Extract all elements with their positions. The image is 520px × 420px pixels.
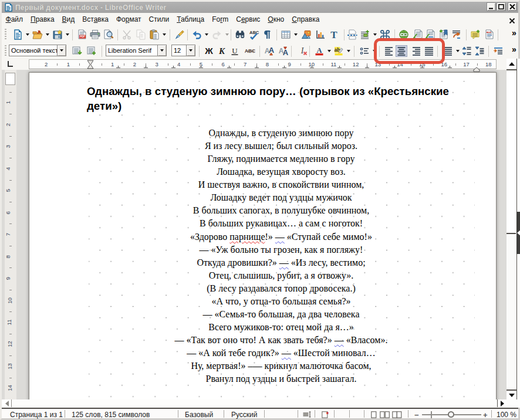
horizontal-scrollbar[interactable] xyxy=(2,399,507,408)
insert-field-dropdown-icon[interactable] xyxy=(373,33,377,36)
menu-правка[interactable]: Правка xyxy=(27,14,59,25)
vertical-scrollbar-thumb[interactable] xyxy=(507,70,516,234)
increase-font-size-button[interactable]: AA xyxy=(264,45,275,57)
find-replace-button[interactable] xyxy=(234,29,246,40)
statusbar-zoom-percent[interactable]: 100 % xyxy=(497,411,516,419)
insert-comment-button[interactable] xyxy=(470,29,481,40)
minimize-button[interactable] xyxy=(487,2,496,11)
new-document-dropdown-icon[interactable] xyxy=(26,33,29,36)
insert-table-dropdown-icon[interactable] xyxy=(294,33,298,36)
menu-формат[interactable]: Формат xyxy=(112,14,145,25)
insert-image-button[interactable] xyxy=(300,29,312,40)
insert-table-button[interactable] xyxy=(280,29,298,40)
open-button[interactable] xyxy=(32,29,49,40)
close-button[interactable] xyxy=(508,2,517,11)
redo-button[interactable] xyxy=(211,29,229,40)
single-page-view-icon[interactable] xyxy=(371,411,377,420)
left-indent-marker[interactable] xyxy=(87,60,94,72)
print-preview-button[interactable] xyxy=(103,29,114,40)
menu-вставка[interactable]: Вставка xyxy=(79,14,113,25)
menu-таблица[interactable]: Таблица xyxy=(173,14,208,25)
increase-paragraph-spacing-button[interactable] xyxy=(461,45,472,57)
save-dropdown-icon[interactable] xyxy=(66,33,69,36)
close-document-icon[interactable] xyxy=(508,16,516,25)
open-dropdown-icon[interactable] xyxy=(46,33,49,36)
paragraph-style-combo[interactable]: Основной текст xyxy=(9,45,66,56)
maximize-button[interactable] xyxy=(497,2,506,11)
cross-reference-button[interactable] xyxy=(451,29,462,40)
vertical-ruler[interactable]: 1234567891011121314 xyxy=(5,70,16,399)
clone-formatting-button[interactable] xyxy=(174,29,185,40)
scroll-right-button[interactable] xyxy=(497,399,507,407)
statusbar-page-count[interactable]: Страница 1 из 1 xyxy=(10,411,63,419)
unsaved-changes-icon[interactable]: * xyxy=(322,411,330,420)
scroll-left-button[interactable] xyxy=(2,399,12,407)
undo-button[interactable] xyxy=(191,29,208,40)
scroll-down-button[interactable] xyxy=(507,389,516,399)
insert-field-button[interactable] xyxy=(359,29,377,40)
italic-button[interactable]: K xyxy=(216,45,228,57)
paste-dropdown-icon[interactable] xyxy=(163,33,166,36)
new-style-button[interactable] xyxy=(86,45,97,57)
statusbar-page-style[interactable]: Базовый xyxy=(185,411,213,419)
update-style-button[interactable] xyxy=(71,45,83,57)
zoom-slider-thumb[interactable] xyxy=(448,411,454,418)
highlight-color-button[interactable]: ab xyxy=(333,45,350,57)
menu-вид[interactable]: Вид xyxy=(58,14,79,25)
sidebar-toggle-button[interactable] xyxy=(516,212,520,254)
statusbar-word-count[interactable]: 125 слов, 815 символов xyxy=(72,411,150,419)
cut-button[interactable] xyxy=(121,29,133,40)
paste-button[interactable] xyxy=(148,29,166,40)
multi-page-view-icon[interactable] xyxy=(380,411,390,420)
new-document-button[interactable] xyxy=(12,29,29,40)
increase-indent-button[interactable] xyxy=(492,45,504,57)
scroll-up-button[interactable] xyxy=(507,59,516,70)
insert-chart-button[interactable] xyxy=(315,29,326,40)
undo-dropdown-icon[interactable] xyxy=(205,33,208,36)
document-page[interactable]: Однажды, в студеную зимнюю пору… (отрыво… xyxy=(29,72,497,399)
menu-файл[interactable]: Файл xyxy=(2,14,27,25)
zoom-out-button[interactable]: − xyxy=(414,411,419,419)
font-color-button[interactable]: A xyxy=(313,45,331,57)
redo-dropdown-icon[interactable] xyxy=(225,33,229,36)
line-spacing-dropdown-icon[interactable] xyxy=(456,50,460,52)
print-button[interactable] xyxy=(89,29,101,40)
font-size-combo[interactable]: 12 xyxy=(171,45,195,56)
track-changes-button[interactable] xyxy=(484,29,495,40)
poem-text[interactable]: Однажды, в студеную зимнюю поруЯ из лесу… xyxy=(88,127,474,385)
tab-stop-selector[interactable] xyxy=(8,61,13,67)
menu-сервис[interactable]: Сервис xyxy=(232,14,264,25)
highlight-color-dropdown-icon[interactable] xyxy=(347,50,350,52)
spelling-button[interactable]: ABC xyxy=(248,29,260,40)
save-button[interactable] xyxy=(52,29,69,40)
menu-стили[interactable]: Стили xyxy=(145,14,173,25)
selection-mode-icon[interactable] xyxy=(303,411,312,419)
formatting-marks-button[interactable] xyxy=(262,29,273,40)
underline-button[interactable]: U xyxy=(229,45,241,57)
clear-formatting-button[interactable]: I xyxy=(297,45,309,57)
font-color-dropdown-icon[interactable] xyxy=(327,50,331,52)
menu-form[interactable]: Form xyxy=(208,14,232,25)
toolbar-grip[interactable] xyxy=(5,45,6,57)
menu-справка[interactable]: Справка xyxy=(288,14,323,25)
toolbar-overflow-button[interactable]: » xyxy=(512,45,516,54)
font-size-combo-dropdown-button[interactable] xyxy=(186,45,195,56)
text-box-button[interactable]: T xyxy=(328,29,340,40)
decrease-font-size-button[interactable]: AA xyxy=(278,45,289,57)
font-name-combo-dropdown-button[interactable] xyxy=(157,45,166,56)
strikethrough-button[interactable]: ABC xyxy=(242,45,257,57)
menu-окно[interactable]: Окно xyxy=(264,14,288,25)
document-heading[interactable]: Однажды, в студеную зимнюю пору… (отрыво… xyxy=(87,84,473,114)
vertical-scrollbar[interactable] xyxy=(507,59,516,399)
font-name-combo[interactable]: Liberation Serif xyxy=(106,45,167,56)
copy-button[interactable] xyxy=(135,29,147,40)
toolbar-grip[interactable] xyxy=(5,29,6,40)
toolbar-overflow-button[interactable]: » xyxy=(512,28,516,38)
bold-button[interactable]: Ж xyxy=(203,45,215,57)
book-view-icon[interactable] xyxy=(392,411,402,420)
decrease-paragraph-spacing-button[interactable] xyxy=(474,45,485,57)
right-indent-marker[interactable] xyxy=(473,64,480,74)
page-break-button[interactable] xyxy=(346,29,358,40)
zoom-in-button[interactable]: + xyxy=(483,411,488,419)
paragraph-style-combo-dropdown-button[interactable] xyxy=(57,45,66,56)
